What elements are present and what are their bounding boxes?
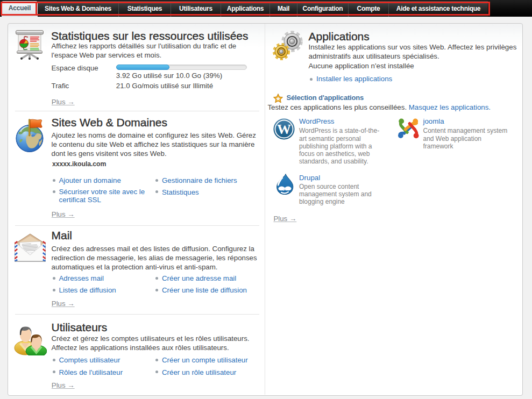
svg-text:W: W — [277, 121, 291, 137]
